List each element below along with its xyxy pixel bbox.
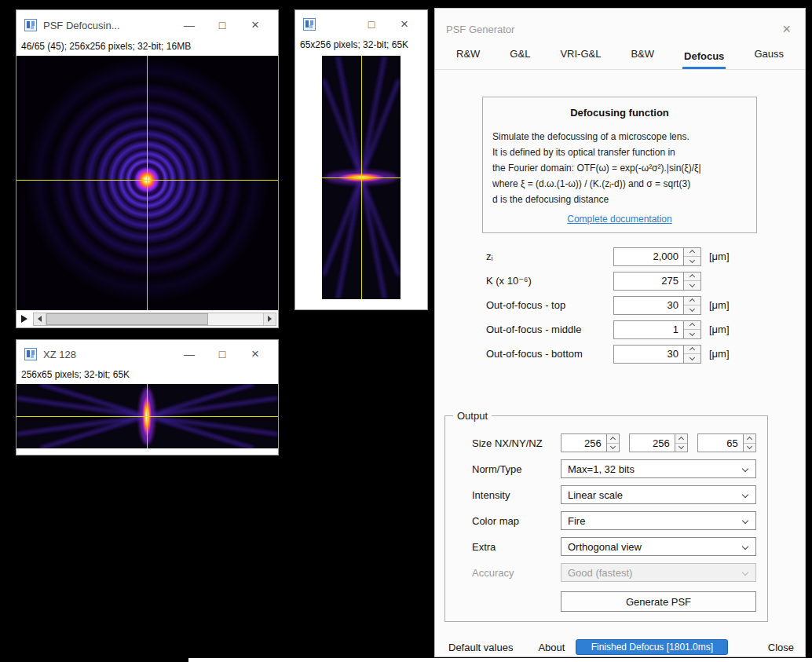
intensity-select[interactable]: Linear scale (561, 485, 756, 504)
close-icon[interactable]: × (388, 16, 421, 32)
tab-bw[interactable]: B&W (629, 43, 656, 69)
window-title: PSF Defocusin... (43, 20, 120, 31)
chevron-down-icon (742, 518, 748, 524)
dialog-close-icon[interactable]: × (779, 21, 794, 38)
stack-scrollbar[interactable] (33, 313, 276, 326)
k-input[interactable] (613, 272, 684, 291)
tab-bar: R&W G&L VRI-G&L B&W Defocus Gauss (435, 40, 805, 70)
extra-row: Extra Orthogonal view (472, 537, 756, 556)
psf-yz-image[interactable] (322, 56, 401, 299)
size-row: Size NX/NY/NZ (472, 433, 756, 452)
oof-top-spinner[interactable] (684, 296, 701, 315)
oof-middle-unit: [μm] (701, 324, 737, 335)
dialog-footer: Default values About Finished Defocus [1… (435, 639, 805, 655)
colormap-row: Color map Fire (472, 511, 756, 530)
close-icon[interactable]: × (239, 346, 272, 362)
oof-middle-spinner[interactable] (684, 320, 701, 339)
k-spinner[interactable] (684, 272, 701, 291)
scroll-left-icon[interactable] (34, 313, 46, 325)
scrollbar-track[interactable] (208, 313, 263, 325)
k-label: K (x 10⁻⁶) (486, 275, 532, 287)
info-line: d is the defocusing distance (492, 192, 747, 207)
norm-type-select[interactable]: Max=1, 32 bits (561, 459, 756, 478)
oof-middle-label: Out-of-focus - middle (486, 324, 581, 335)
parameter-fields: zᵢ [μm] K (x 10⁻⁶) Out-of-focus - top [μ… (435, 244, 805, 366)
minimize-icon[interactable]: — (173, 348, 206, 360)
chevron-down-icon (742, 569, 748, 576)
tab-defocus[interactable]: Defocus (682, 46, 726, 69)
status-badge: Finished Defocus [1801.0ms] (576, 639, 728, 655)
intensity-label: Intensity (472, 489, 561, 501)
extra-label: Extra (472, 541, 561, 553)
field-row-oof-bottom: Out-of-focus - bottom [μm] (435, 342, 805, 366)
size-ny-spinner[interactable] (675, 433, 688, 452)
default-values-button[interactable]: Default values (448, 642, 513, 653)
titlebar[interactable]: PSF Defocusin... — □ × (16, 10, 278, 40)
oof-top-unit: [μm] (701, 299, 737, 311)
maximize-icon[interactable]: □ (355, 18, 388, 31)
about-button[interactable]: About (538, 642, 565, 653)
defocusing-info-box: Defocusing function Simulate the defocus… (482, 97, 757, 233)
play-icon[interactable] (18, 312, 31, 326)
scroll-right-icon[interactable] (263, 313, 276, 325)
oof-middle-input[interactable] (613, 320, 684, 339)
info-box-title: Defocusing function (492, 107, 747, 119)
oof-bottom-input[interactable] (613, 345, 684, 364)
field-row-k: K (x 10⁻⁶) (435, 269, 805, 293)
intensity-row: Intensity Linear scale (472, 485, 756, 504)
psf-xy-image[interactable] (16, 56, 278, 310)
extra-select[interactable]: Orthogonal view (561, 537, 756, 556)
norm-type-value: Max=1, 32 bits (568, 463, 635, 475)
colormap-value: Fire (568, 515, 585, 527)
maximize-icon[interactable]: □ (206, 348, 239, 360)
oof-top-input[interactable] (613, 296, 684, 315)
field-row-oof-middle: Out-of-focus - middle [μm] (435, 317, 805, 342)
colormap-select[interactable]: Fire (561, 511, 756, 530)
size-nz-spinner[interactable] (744, 433, 756, 452)
close-icon[interactable]: × (239, 17, 272, 33)
titlebar[interactable]: □ × (295, 10, 427, 38)
size-ny-input[interactable] (629, 433, 675, 452)
size-label: Size NX/NY/NZ (472, 437, 561, 449)
size-nx-input[interactable] (561, 433, 607, 452)
image-info: 65x256 pixels; 32-bit; 65K (295, 38, 427, 54)
zi-label: zᵢ (486, 251, 493, 262)
info-line: Simulate the defocussing of a microscope… (492, 129, 747, 144)
tab-gl[interactable]: G&L (508, 43, 532, 69)
scrollbar-thumb[interactable] (46, 313, 208, 325)
info-line: It is defined by its optical transfer fu… (492, 144, 747, 160)
oof-bottom-spinner[interactable] (684, 345, 701, 364)
tab-rw[interactable]: R&W (455, 43, 481, 69)
image-info: 46/65 (45); 256x256 pixels; 32-bit; 16MB (16, 40, 278, 56)
titlebar[interactable]: XZ 128 — □ × (16, 340, 278, 368)
tab-vri-gl[interactable]: VRI-G&L (558, 43, 602, 69)
psf-yz-canvas[interactable] (322, 56, 401, 299)
psf-xz-canvas[interactable] (16, 384, 278, 448)
info-line: where ξ = (d.ω.(1-ω)) / (K.(zᵢ-d)) and σ… (492, 176, 747, 192)
documentation-link[interactable]: Complete documentation (492, 214, 747, 225)
psf-xz-image[interactable] (16, 384, 278, 448)
zi-input[interactable] (613, 247, 684, 266)
accuracy-row: Accuracy Good (fastest) (472, 563, 756, 582)
generate-psf-button[interactable]: Generate PSF (561, 591, 756, 612)
info-line: the Fourier domain: OTF(ω) = exp(-ω²σ²).… (492, 160, 747, 176)
oof-bottom-unit: [μm] (701, 348, 737, 360)
close-button[interactable]: Close (768, 642, 794, 653)
colormap-label: Color map (472, 515, 561, 527)
zi-spinner[interactable] (684, 247, 701, 266)
psf-xy-canvas[interactable] (16, 56, 278, 310)
field-row-oof-top: Out-of-focus - top [μm] (435, 293, 805, 317)
image-info: 256x65 pixels; 32-bit; 65K (16, 368, 278, 384)
window-psf-yz: □ × 65x256 pixels; 32-bit; 65K (294, 9, 428, 310)
tab-gauss[interactable]: Gauss (752, 43, 785, 69)
size-nz-input[interactable] (697, 433, 744, 452)
window-title: XZ 128 (43, 349, 76, 360)
accuracy-select: Good (fastest) (561, 563, 756, 582)
minimize-icon[interactable]: — (173, 19, 206, 31)
output-legend: Output (453, 410, 492, 422)
size-nx-spinner[interactable] (607, 433, 620, 452)
imagej-icon (24, 348, 37, 360)
zi-unit: [μm] (701, 251, 737, 262)
oof-top-label: Out-of-focus - top (486, 299, 565, 311)
maximize-icon[interactable]: □ (206, 19, 239, 31)
